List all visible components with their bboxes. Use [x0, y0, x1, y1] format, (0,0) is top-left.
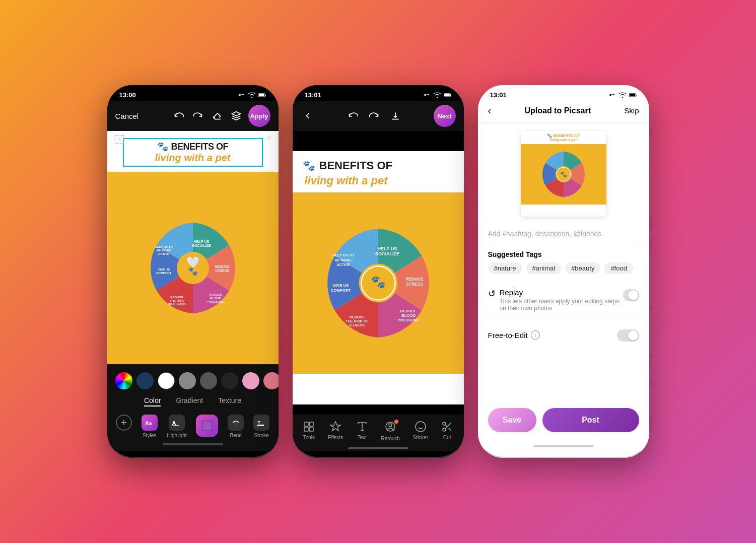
svg-text:🐾: 🐾	[371, 275, 386, 289]
description-input[interactable]: Add #hashtag, description, @friends	[488, 225, 639, 243]
skip-button[interactable]: Skip	[624, 106, 639, 115]
svg-text:GIVE US: GIVE US	[157, 268, 169, 271]
phone2-home-indicator	[348, 447, 408, 449]
svg-text:T: T	[234, 423, 236, 426]
phone3-status-bar: 13:01	[478, 85, 649, 101]
phone2-time: 13:01	[305, 91, 321, 99]
replay-title: Replay	[500, 288, 623, 297]
redo-button[interactable]	[191, 109, 205, 123]
free-to-edit-row: Free-to-Edit i	[488, 324, 639, 346]
svg-point-55	[389, 424, 392, 427]
p2-undo-button[interactable]	[346, 109, 360, 123]
upload-body: 🐾 BENEFITS OF living with a pet	[478, 123, 649, 400]
next-button[interactable]: Next	[434, 105, 456, 127]
black-swatch[interactable]	[221, 372, 238, 389]
svg-point-56	[416, 422, 426, 432]
active-tool-highlight[interactable]	[196, 415, 218, 438]
white-swatch[interactable]	[158, 372, 175, 389]
replay-description: This lets other users apply your editing…	[500, 298, 623, 312]
phone3-status-icons	[608, 92, 637, 98]
svg-text:REDUCE: REDUCE	[400, 309, 417, 313]
svg-rect-25	[203, 421, 212, 430]
svg-text:THE RISK: THE RISK	[169, 299, 184, 302]
p2-retouch-button[interactable]: Retouch	[381, 421, 400, 441]
svg-rect-50	[304, 422, 308, 426]
dark-blue-swatch[interactable]	[136, 372, 154, 389]
styles-tool[interactable]: Aa Styles	[142, 415, 158, 438]
color-tab-color[interactable]: Color	[144, 396, 161, 406]
p2-black-bottom	[293, 404, 464, 415]
phone2-status-bar: 13:01	[293, 85, 464, 101]
p2-redo-button[interactable]	[367, 109, 381, 123]
post-button[interactable]: Post	[542, 408, 639, 432]
upload-back-button[interactable]: ‹	[488, 105, 492, 116]
svg-line-63	[445, 425, 447, 427]
tag-animal[interactable]: #animal	[526, 262, 562, 274]
svg-rect-28	[257, 425, 264, 426]
p2-canvas[interactable]: 🐾 BENEFITS OF living with a pet	[293, 151, 464, 404]
svg-text:STRESS: STRESS	[215, 269, 229, 273]
apply-button[interactable]: Apply	[248, 105, 270, 127]
color-tab-texture[interactable]: Texture	[218, 396, 241, 406]
svg-text:COMFORT: COMFORT	[330, 288, 351, 293]
color-tab-gradient[interactable]: Gradient	[176, 396, 203, 406]
upload-title: Upload to Picsart	[524, 106, 591, 115]
svg-text:T: T	[258, 420, 261, 425]
tag-beauty[interactable]: #beauty	[565, 262, 600, 274]
replay-icon: ↺	[488, 288, 496, 299]
highlight-tool[interactable]: A Highlight	[167, 415, 187, 438]
svg-text:REDUCE: REDUCE	[405, 277, 424, 282]
rose-swatch[interactable]	[263, 372, 279, 389]
tag-nature[interactable]: #nature	[488, 262, 522, 274]
sticker-icon	[415, 421, 427, 433]
bend-tool[interactable]: T Bend	[228, 415, 244, 438]
svg-text:🐾: 🐾	[560, 171, 567, 178]
p2-text-button[interactable]: Text	[356, 421, 368, 441]
p2-cut-button[interactable]: Cut	[441, 421, 453, 441]
free-edit-info-icon[interactable]: i	[531, 330, 540, 340]
svg-text:BLOOD: BLOOD	[210, 297, 221, 300]
svg-text:🐾: 🐾	[188, 266, 198, 276]
stroke-tool[interactable]: T Stroke	[253, 415, 269, 438]
effects-icon	[329, 421, 341, 433]
svg-text:PRESSURE: PRESSURE	[397, 318, 419, 322]
undo-button[interactable]	[172, 109, 186, 123]
cancel-button[interactable]: Cancel	[115, 112, 139, 120]
svg-text:GIVE US: GIVE US	[332, 283, 349, 288]
replay-row: ↺ Replay This lets other users apply you…	[488, 282, 639, 318]
add-tool-button[interactable]: +	[116, 415, 132, 431]
phone-3-upload: 13:01 ‹ Upload to Picsart Skip	[478, 85, 649, 458]
svg-text:REDUCE: REDUCE	[209, 293, 222, 296]
p2-sticker-button[interactable]: Sticker	[413, 421, 428, 441]
p2-effects-button[interactable]: Effects	[328, 421, 343, 441]
tag-food[interactable]: #food	[604, 262, 633, 274]
cut-icon	[441, 421, 453, 433]
svg-text:SOCIALIZE: SOCIALIZE	[192, 244, 211, 247]
svg-text:PRESSURE: PRESSURE	[207, 300, 224, 303]
svg-rect-66	[629, 94, 635, 96]
pink-swatch[interactable]	[242, 372, 259, 389]
svg-rect-30	[450, 94, 451, 96]
phone1-tool-row: + Aa Styles A Highlight	[107, 412, 279, 440]
p3-wifi-icon	[618, 92, 627, 98]
p2-back-button[interactable]	[301, 109, 315, 123]
p2-airplane-icon	[423, 92, 431, 98]
gray-swatch[interactable]	[179, 372, 196, 389]
phone1-home-indicator	[163, 443, 223, 445]
dark-gray-swatch[interactable]	[200, 372, 217, 389]
infographic-title: 🐾 BENEFITS OF	[126, 141, 260, 152]
rainbow-swatch[interactable]	[115, 372, 132, 389]
layers-button[interactable]	[229, 109, 243, 123]
color-tabs: Color Gradient Texture	[107, 394, 279, 412]
replay-toggle[interactable]	[623, 289, 639, 301]
free-edit-toggle[interactable]	[617, 329, 639, 342]
eraser-button[interactable]	[210, 109, 224, 123]
phone1-canvas[interactable]: ✕ ↺ 🐾 BENEFITS OF living with a pet	[107, 131, 279, 364]
svg-text:OF ILLNESS: OF ILLNESS	[168, 303, 185, 306]
p2-black-top	[293, 131, 464, 151]
p2-download-button[interactable]	[388, 109, 402, 123]
suggested-tags-label: Suggested Tags	[488, 250, 639, 258]
svg-rect-65	[636, 94, 636, 96]
p2-tools-button[interactable]: Tools	[303, 421, 315, 441]
save-button[interactable]: Save	[488, 408, 536, 432]
